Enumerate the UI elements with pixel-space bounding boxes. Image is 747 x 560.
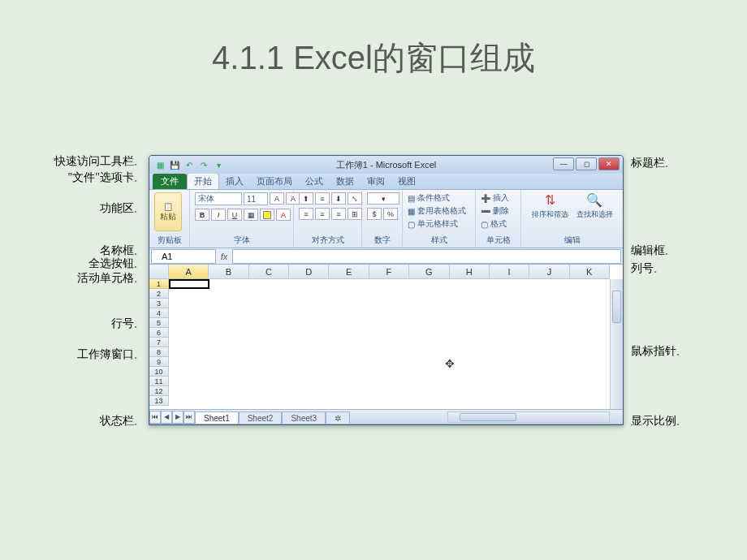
- horizontal-scrollbar[interactable]: [447, 411, 610, 423]
- insert-cells-button[interactable]: ➕插入: [481, 192, 509, 204]
- row-header[interactable]: 12: [149, 386, 169, 396]
- vertical-scrollbar[interactable]: [610, 279, 623, 409]
- sort-filter-button[interactable]: ⇅ 排序和筛选: [532, 192, 568, 220]
- sheet-nav-first[interactable]: ⏮: [149, 411, 161, 424]
- number-format-select[interactable]: ▾: [367, 192, 399, 205]
- label-zoom: 显示比例。: [631, 414, 684, 429]
- row-header[interactable]: 8: [149, 347, 169, 357]
- tab-data[interactable]: 数据: [330, 174, 361, 189]
- sheet-nav-prev[interactable]: ◀: [161, 411, 172, 424]
- sheet-nav-last[interactable]: ⏭: [184, 411, 195, 424]
- minimize-button[interactable]: —: [553, 157, 574, 170]
- insert-icon: ➕: [481, 194, 490, 203]
- label-workbook-window: 工作簿窗口。: [28, 347, 142, 362]
- tab-page-layout[interactable]: 页面布局: [250, 174, 299, 189]
- align-bottom-icon[interactable]: ⬇: [331, 192, 346, 205]
- col-header[interactable]: G: [409, 265, 449, 279]
- formula-input[interactable]: [232, 249, 621, 264]
- col-header[interactable]: A: [169, 265, 209, 279]
- window-title: 工作簿1 - Microsoft Excel: [336, 159, 436, 171]
- font-color-button[interactable]: A: [276, 209, 291, 221]
- italic-button[interactable]: I: [211, 209, 226, 221]
- tab-view[interactable]: 视图: [391, 174, 422, 189]
- format-cells-button[interactable]: ▢格式: [481, 218, 507, 230]
- percent-icon[interactable]: %: [383, 208, 398, 220]
- ribbon-tabs: 文件 开始 插入 页面布局 公式 数据 审阅 视图: [149, 174, 623, 190]
- group-clipboard: 剪贴板: [154, 235, 184, 246]
- col-header[interactable]: F: [369, 265, 409, 279]
- find-select-button[interactable]: 🔍 查找和选择: [576, 192, 613, 220]
- sheet-tab[interactable]: Sheet2: [239, 411, 283, 424]
- row-header[interactable]: 1: [149, 279, 169, 289]
- sheet-tab[interactable]: Sheet3: [282, 411, 326, 424]
- col-header[interactable]: B: [209, 265, 248, 279]
- vertical-scroll-thumb[interactable]: [612, 291, 621, 323]
- align-center-icon[interactable]: ≡: [315, 208, 330, 220]
- col-header[interactable]: D: [289, 265, 329, 279]
- cell-style-button[interactable]: ▢单元格样式: [408, 218, 458, 230]
- save-icon[interactable]: 💾: [169, 159, 180, 170]
- row-header[interactable]: 11: [149, 377, 169, 386]
- col-header[interactable]: C: [249, 265, 289, 279]
- sheet-nav-next[interactable]: ▶: [172, 411, 184, 424]
- mouse-pointer-icon: ✥: [445, 357, 455, 370]
- row-header[interactable]: 7: [149, 338, 169, 347]
- grow-font-icon[interactable]: A: [270, 192, 284, 205]
- sheet-tab[interactable]: Sheet1: [195, 411, 239, 424]
- label-statusbar: 状态栏。: [28, 414, 142, 429]
- row-header[interactable]: 3: [149, 299, 169, 308]
- close-button[interactable]: ✕: [598, 157, 620, 170]
- horizontal-scroll-thumb[interactable]: [460, 413, 516, 421]
- fill-color-button[interactable]: [260, 209, 274, 221]
- tab-review[interactable]: 审阅: [361, 174, 391, 189]
- row-header[interactable]: 10: [149, 367, 169, 377]
- tab-insert[interactable]: 插入: [219, 174, 250, 189]
- row-headers: 1 2 3 4 5 6 7 8 9 10 11 12 13: [149, 279, 169, 409]
- cells-area[interactable]: ✥: [169, 279, 610, 409]
- conditional-format-button[interactable]: ▤条件格式: [408, 192, 450, 204]
- font-name-select[interactable]: 宋体: [195, 192, 242, 205]
- active-cell[interactable]: [169, 279, 209, 289]
- col-header[interactable]: J: [529, 265, 569, 279]
- row-header[interactable]: 13: [149, 396, 169, 406]
- fx-icon[interactable]: fx: [216, 252, 232, 261]
- tab-formulas[interactable]: 公式: [299, 174, 330, 189]
- qat-dropdown-icon[interactable]: ▾: [213, 159, 224, 170]
- col-header[interactable]: K: [570, 265, 610, 279]
- slide-title: 4.1.1 Excel的窗口组成: [0, 0, 747, 80]
- row-header[interactable]: 2: [149, 289, 169, 299]
- paste-button[interactable]: 📋 粘贴: [154, 192, 182, 231]
- col-header[interactable]: E: [329, 265, 369, 279]
- row-header[interactable]: 5: [149, 318, 169, 328]
- align-left-icon[interactable]: ≡: [299, 208, 313, 220]
- name-box[interactable]: A1: [151, 249, 216, 264]
- currency-icon[interactable]: $: [367, 208, 382, 220]
- font-size-select[interactable]: 11: [244, 192, 268, 205]
- col-header[interactable]: H: [450, 265, 490, 279]
- align-top-icon[interactable]: ⬆: [299, 192, 313, 205]
- tab-file[interactable]: 文件: [153, 174, 187, 189]
- col-header[interactable]: I: [490, 265, 529, 279]
- tab-home[interactable]: 开始: [187, 173, 219, 189]
- table-format-icon: ▦: [408, 207, 415, 216]
- row-header[interactable]: 9: [149, 357, 169, 367]
- align-right-icon[interactable]: ≡: [331, 208, 346, 220]
- merge-icon[interactable]: ⊞: [348, 208, 362, 220]
- new-sheet-button[interactable]: ✲: [326, 411, 350, 424]
- redo-icon[interactable]: ↷: [198, 159, 209, 170]
- border-button[interactable]: ▦: [244, 209, 258, 221]
- delete-icon: ➖: [481, 207, 490, 216]
- underline-button[interactable]: U: [227, 209, 242, 221]
- format-icon: ▢: [481, 220, 488, 229]
- table-format-button[interactable]: ▦套用表格格式: [408, 205, 466, 217]
- undo-icon[interactable]: ↶: [184, 159, 195, 170]
- row-header[interactable]: 6: [149, 328, 169, 338]
- row-header[interactable]: 4: [149, 308, 169, 318]
- align-middle-icon[interactable]: ≡: [315, 192, 330, 205]
- orientation-icon[interactable]: ⤡: [348, 192, 362, 205]
- quick-access-toolbar: ▦ 💾 ↶ ↷ ▾: [149, 159, 224, 170]
- delete-cells-button[interactable]: ➖删除: [481, 205, 509, 217]
- bold-button[interactable]: B: [195, 209, 209, 221]
- select-all-button[interactable]: [149, 265, 169, 279]
- maximize-button[interactable]: ◻: [576, 157, 597, 170]
